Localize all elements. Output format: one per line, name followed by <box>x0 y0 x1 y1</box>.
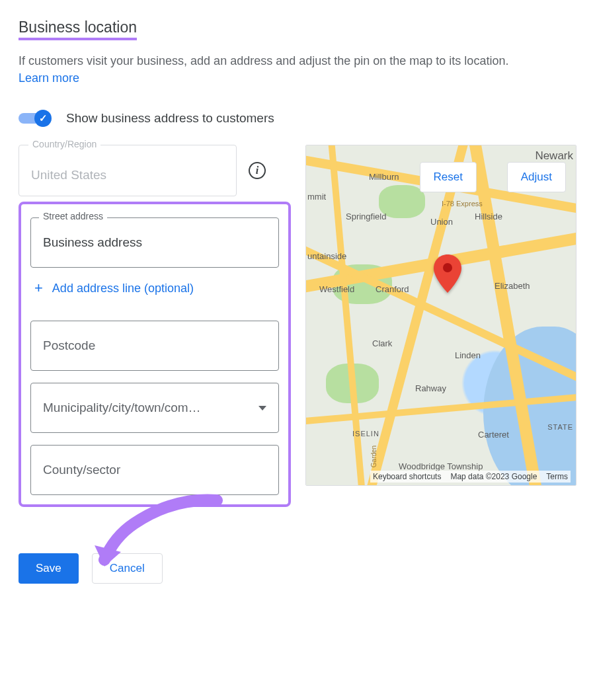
county-placeholder: County/sector <box>43 463 120 477</box>
map-shortcuts-link[interactable]: Keyboard shortcuts <box>373 472 441 481</box>
add-address-line-button[interactable]: + Add address line (optional) <box>34 280 279 297</box>
map-label-i78express: I-78 Express <box>442 200 483 208</box>
cancel-button[interactable]: Cancel <box>92 553 163 584</box>
section-description: If customers visit your business, add an… <box>19 52 576 70</box>
map-label-westfield: Westfield <box>319 284 354 294</box>
map-attribution: Keyboard shortcuts Map data ©2023 Google… <box>370 471 571 483</box>
map-label-springfield: Springfield <box>346 212 386 221</box>
map-label-iselin: ISELIN <box>352 430 379 438</box>
postcode-input[interactable]: Postcode <box>30 321 279 371</box>
map-label-summit: mmit <box>307 192 326 202</box>
save-button[interactable]: Save <box>19 553 79 584</box>
map-label-newark: Newark <box>535 149 573 163</box>
map-adjust-button[interactable]: Adjust <box>507 162 566 192</box>
map-label-carteret: Carteret <box>478 430 509 440</box>
info-icon[interactable]: i <box>249 162 266 179</box>
checkmark-icon: ✓ <box>39 112 48 124</box>
map-label-cranford: Cranford <box>376 284 409 294</box>
map-label-garden: Garden <box>370 446 377 467</box>
map-label-hillside: Hillside <box>475 212 502 221</box>
learn-more-link[interactable]: Learn more <box>19 71 79 85</box>
map-label-union: Union <box>430 217 453 227</box>
municipality-placeholder: Municipality/city/town/com… <box>43 401 201 415</box>
map-label-rahway: Rahway <box>415 383 446 393</box>
map-reset-button[interactable]: Reset <box>420 162 477 192</box>
map-terms-link[interactable]: Terms <box>546 472 568 481</box>
country-label: Country/Region <box>28 139 100 149</box>
svg-point-0 <box>443 263 452 272</box>
street-address-label: Street address <box>39 211 107 221</box>
add-address-line-label: Add address line (optional) <box>52 282 194 295</box>
toggle-label: Show business address to customers <box>66 111 274 126</box>
chevron-down-icon <box>258 406 266 410</box>
map-panel[interactable]: Newark Millburn mmit Springfield Union H… <box>305 145 576 486</box>
country-field: Country/Region United States <box>19 145 237 196</box>
map-pin-icon[interactable] <box>433 254 462 294</box>
plus-icon: + <box>34 280 43 297</box>
map-label-woodbridge: Woodbridge Township <box>399 461 483 471</box>
map-label-millburn: Millburn <box>369 172 399 182</box>
show-address-toggle[interactable]: ✓ <box>19 110 52 126</box>
map-background <box>306 145 576 485</box>
section-title: Business location <box>19 19 137 40</box>
map-label-clark: Clark <box>372 338 392 348</box>
map-label-linden: Linden <box>455 350 481 360</box>
county-input[interactable]: County/sector <box>30 445 279 495</box>
action-row: Save Cancel <box>19 553 576 584</box>
street-address-input[interactable]: Street address Business address <box>30 217 279 268</box>
map-label-mountainside: untainside <box>307 251 346 261</box>
address-fields-group: Street address Business address + Add ad… <box>19 202 291 507</box>
map-label-state: STATE <box>547 423 573 431</box>
postcode-placeholder: Postcode <box>43 338 95 353</box>
country-value: United States <box>31 168 106 182</box>
toggle-thumb: ✓ <box>34 110 52 127</box>
street-address-value: Business address <box>43 235 142 250</box>
map-label-elizabeth: Elizabeth <box>495 281 530 291</box>
municipality-select[interactable]: Municipality/city/town/com… <box>30 383 279 433</box>
map-data-label: Map data ©2023 Google <box>450 472 537 481</box>
